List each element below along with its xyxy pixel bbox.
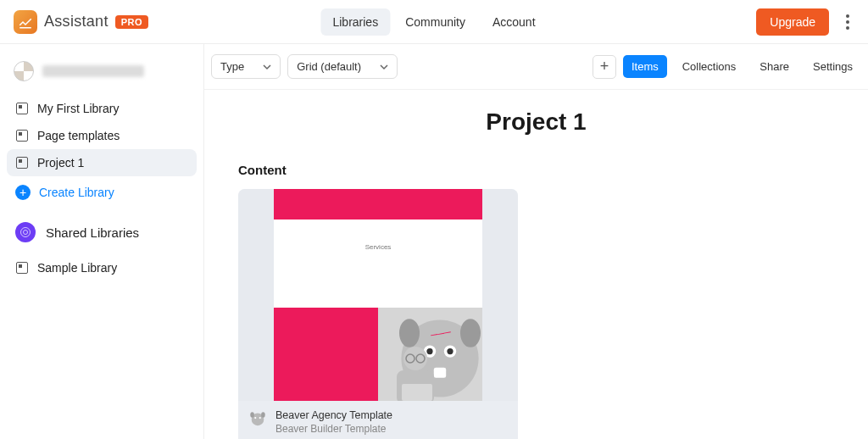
user-row[interactable] (7, 56, 197, 95)
svg-point-6 (460, 319, 481, 347)
kebab-menu-icon[interactable] (837, 9, 858, 35)
svg-rect-10 (402, 384, 432, 401)
sidebar-item-project-1[interactable]: Project 1 (7, 149, 197, 176)
chevron-down-icon (380, 63, 388, 71)
header-actions: Upgrade (756, 8, 858, 36)
logo-icon (14, 10, 37, 34)
pro-badge: PRO (115, 15, 148, 29)
nav-account[interactable]: Account (481, 8, 548, 36)
sidebar-item-label: Sample Library (37, 261, 117, 275)
person-icon (381, 336, 449, 401)
library-icon (15, 129, 29, 142)
sidebar-item-label: My First Library (37, 102, 119, 115)
tab-settings[interactable]: Settings (804, 55, 861, 78)
section-header-content: Content (238, 163, 834, 177)
primary-nav: Libraries Community Account (320, 8, 547, 36)
sidebar-item-label: Page templates (37, 129, 120, 142)
svg-point-16 (250, 412, 254, 417)
plus-circle-icon: + (15, 185, 31, 200)
content-card[interactable]: Services (238, 189, 518, 439)
type-dropdown[interactable]: Type (211, 54, 281, 79)
library-icon (15, 261, 29, 275)
card-meta: Beaver Agency Template Beaver Builder Te… (238, 401, 518, 439)
sidebar-item-page-templates[interactable]: Page templates (7, 122, 197, 149)
page-title: Project 1 (238, 108, 834, 136)
sidebar-item-my-first-library[interactable]: My First Library (7, 95, 197, 122)
upgrade-button[interactable]: Upgrade (756, 8, 829, 36)
toolbar: Type Grid (default) + Items Collections … (204, 44, 868, 90)
sidebar-item-sample-library[interactable]: Sample Library (7, 254, 197, 281)
plus-icon: + (600, 58, 609, 75)
create-library-label: Create Library (39, 186, 114, 199)
view-dropdown-label: Grid (default) (297, 60, 361, 73)
chevron-down-icon (263, 63, 271, 71)
svg-point-14 (254, 417, 256, 419)
svg-point-15 (259, 417, 261, 419)
card-thumbnail: Services (238, 189, 518, 401)
add-button[interactable]: + (593, 55, 616, 79)
thumb-mid-label: Services (274, 243, 482, 251)
shared-icon (15, 222, 36, 242)
nav-libraries[interactable]: Libraries (320, 8, 390, 36)
view-dropdown[interactable]: Grid (default) (287, 54, 398, 79)
library-icon (15, 156, 29, 169)
content-area: Project 1 Content Services (204, 90, 868, 439)
nav-community[interactable]: Community (393, 8, 477, 36)
main-panel: Type Grid (default) + Items Collections … (203, 44, 868, 439)
sidebar: My First Library Page templates Project … (0, 44, 203, 439)
card-title: Beaver Agency Template (275, 409, 392, 423)
svg-point-17 (261, 412, 265, 417)
shared-libraries-label: Shared Libraries (46, 225, 139, 240)
type-dropdown-label: Type (220, 60, 244, 73)
svg-point-8 (403, 347, 427, 370)
sidebar-item-label: Project 1 (37, 156, 84, 169)
card-subtitle: Beaver Builder Template (275, 423, 392, 436)
avatar (14, 61, 34, 81)
app-header: Assistant PRO Libraries Community Accoun… (0, 0, 868, 44)
logo-text: Assistant (44, 13, 108, 31)
create-library-button[interactable]: + Create Library (7, 176, 197, 215)
tab-items[interactable]: Items (623, 55, 667, 78)
tab-share[interactable]: Share (751, 55, 798, 78)
tab-collections[interactable]: Collections (674, 55, 745, 78)
beaver-icon (248, 409, 267, 428)
library-icon (15, 102, 29, 115)
logo[interactable]: Assistant PRO (14, 10, 148, 34)
user-name-placeholder (42, 65, 144, 77)
shared-libraries-header[interactable]: Shared Libraries (7, 215, 197, 254)
